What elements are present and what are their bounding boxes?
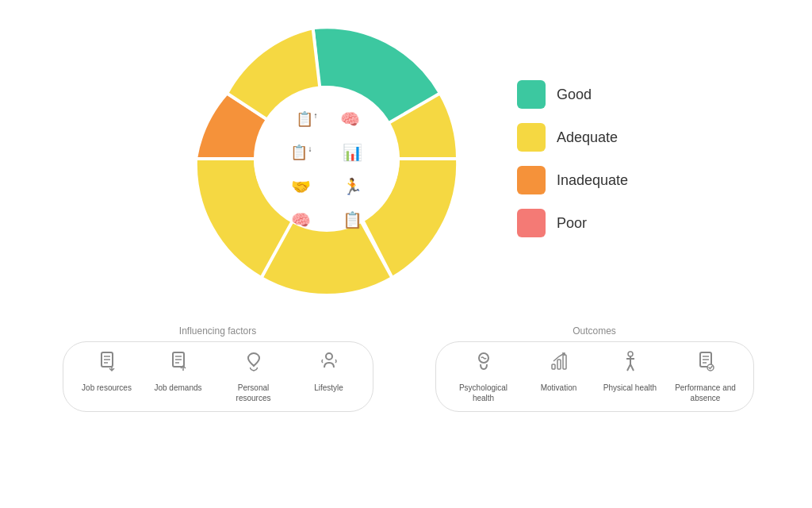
personal-resources-icon bbox=[243, 350, 265, 378]
legend-label-poor: Poor bbox=[557, 215, 587, 232]
outcomes-label: Outcomes bbox=[573, 325, 616, 337]
motivation-icon bbox=[548, 350, 570, 378]
job-demands-icon bbox=[167, 350, 190, 378]
legend-item-poor: Poor bbox=[517, 209, 628, 237]
job-resources-icon bbox=[96, 350, 118, 378]
category-item-personal-resources[interactable]: Personal resources bbox=[222, 350, 285, 403]
svg-point-15 bbox=[628, 352, 633, 356]
category-item-motivation[interactable]: Motivation bbox=[531, 350, 587, 393]
performance-icon bbox=[695, 350, 717, 378]
category-item-job-resources[interactable]: Job resources bbox=[79, 350, 135, 393]
personal-resources-label: Personal resources bbox=[222, 383, 285, 403]
svg-rect-12 bbox=[552, 364, 555, 369]
category-item-lifestyle[interactable]: Lifestyle bbox=[301, 350, 357, 393]
outcomes-items: Psychological health bbox=[435, 341, 754, 412]
chart-legend-wrapper: 📋↑ 📋↓ 🤝 🧠 🧠 📊 🏃 📋 bbox=[0, 16, 812, 302]
legend-item-adequate: Adequate bbox=[517, 123, 628, 152]
legend-item-inadequate: Inadequate bbox=[517, 166, 628, 194]
donut-chart: 📋↑ 📋↓ 🤝 🧠 🧠 📊 🏃 📋 bbox=[184, 16, 469, 302]
legend-item-good: Good bbox=[517, 80, 628, 109]
legend-swatch-inadequate bbox=[517, 166, 546, 194]
influencing-factors-label: Influencing factors bbox=[179, 325, 256, 337]
category-item-psychological-health[interactable]: Psychological health bbox=[452, 350, 515, 403]
psychological-health-label: Psychological health bbox=[452, 383, 515, 403]
svg-point-10 bbox=[326, 353, 332, 360]
bottom-section: Influencing factors bbox=[41, 325, 771, 412]
job-resources-label: Job resources bbox=[82, 383, 132, 393]
legend-swatch-poor bbox=[517, 209, 546, 237]
legend-swatch-good bbox=[517, 80, 546, 109]
influencing-factors-group: Influencing factors bbox=[41, 325, 394, 412]
category-item-physical-health[interactable]: Physical health bbox=[603, 350, 658, 393]
legend-label-inadequate: Inadequate bbox=[557, 172, 628, 189]
psychological-health-icon bbox=[473, 350, 495, 378]
legend-swatch-adequate bbox=[517, 123, 546, 152]
physical-health-label: Physical health bbox=[603, 383, 657, 393]
chart-legend: Good Adequate Inadequate Poor bbox=[517, 80, 628, 237]
main-content: 📋↑ 📋↓ 🤝 🧠 🧠 📊 🏃 📋 bbox=[0, 0, 812, 412]
job-demands-label: Job demands bbox=[154, 383, 201, 393]
category-item-job-demands[interactable]: Job demands bbox=[151, 350, 206, 393]
category-item-performance[interactable]: Performance and absence bbox=[674, 350, 737, 403]
svg-point-1 bbox=[254, 86, 400, 232]
lifestyle-label: Lifestyle bbox=[314, 383, 343, 393]
categories-wrapper: Influencing factors bbox=[41, 325, 771, 412]
lifestyle-icon bbox=[318, 350, 340, 378]
svg-rect-14 bbox=[563, 355, 566, 369]
physical-health-icon bbox=[619, 350, 642, 378]
outcomes-group: Outcomes Psychological health bbox=[418, 325, 771, 412]
performance-label: Performance and absence bbox=[674, 383, 737, 403]
legend-label-good: Good bbox=[557, 87, 592, 103]
influencing-factors-items: Job resources bbox=[63, 341, 373, 412]
motivation-label: Motivation bbox=[541, 383, 577, 393]
svg-rect-13 bbox=[557, 360, 561, 369]
legend-label-adequate: Adequate bbox=[557, 129, 618, 146]
